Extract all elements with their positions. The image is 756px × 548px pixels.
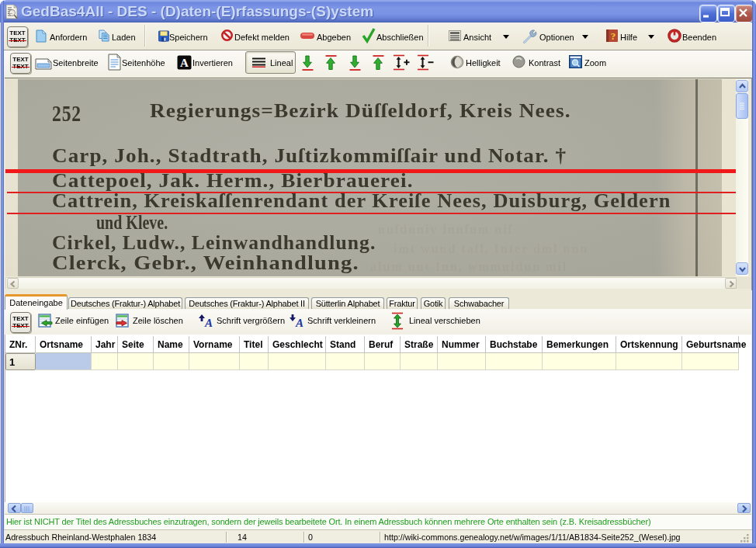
svg-text:A: A — [204, 317, 213, 328]
svg-text:?: ? — [611, 30, 616, 42]
svg-text:A: A — [180, 57, 189, 69]
svg-text:A: A — [295, 317, 303, 328]
